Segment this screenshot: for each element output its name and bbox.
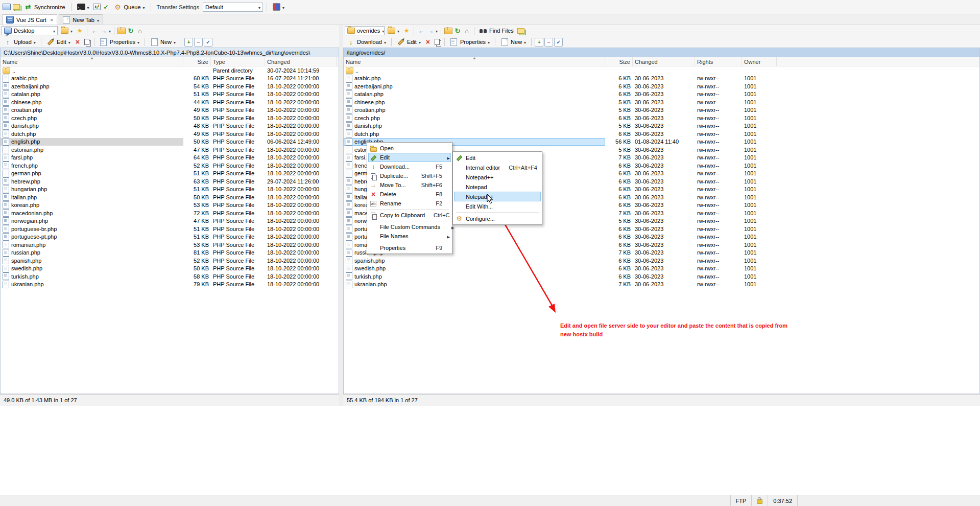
column-header-changed[interactable]: Changed [633,57,695,66]
column-header-size[interactable]: Size [605,57,633,66]
properties-button[interactable]: Properties [98,37,141,47]
file-name-cell[interactable]: macedonian.php [1,209,183,217]
find-files-button[interactable]: Find Files [477,27,516,35]
menu-item[interactable]: Notepad++ [454,172,541,182]
menu-item[interactable]: Configure... [454,214,541,223]
delete-icon[interactable] [424,38,432,46]
table-row[interactable]: korean.php53 KBPHP Source File18-10-2022… [1,201,339,210]
table-row[interactable]: farsi.php64 KBPHP Source File18-10-2022 … [1,154,339,162]
menu-item[interactable]: Edit [454,153,541,163]
file-name-cell[interactable]: swedish.php [344,265,605,272]
table-row[interactable]: chinese.php5 KB30-06-2023rw-rwxr--1001 [344,98,979,106]
local-path-bar[interactable]: C:\Users\Shine\Desktop\HostxV3.0.0\Hostx… [0,48,339,57]
properties-button[interactable]: Properties [448,37,492,47]
select-minus-icon[interactable] [194,38,203,47]
file-name-cell[interactable]: spanish.php [344,257,605,264]
file-name-cell[interactable]: chinese.php [344,98,605,106]
edit-button[interactable]: Edit [44,37,73,47]
remote-directory-selector[interactable]: overrides [345,26,385,35]
menu-item[interactable]: Notepad++ [454,192,541,201]
table-row[interactable]: english.php50 KBPHP Source File06-06-202… [1,138,339,146]
file-name-cell[interactable]: russian.php [1,249,183,257]
menu-item[interactable]: RenameF2 [368,199,451,208]
download-button[interactable]: Download [345,37,388,47]
table-row[interactable]: dutch.php49 KBPHP Source File18-10-2022 … [1,130,339,138]
file-name-cell[interactable]: czech.php [344,114,605,122]
file-name-cell[interactable]: turkish.php [344,272,605,280]
tab-vue-js-cart[interactable]: Vue JS Cart × [2,14,57,25]
table-row[interactable]: spanish.php6 KB30-06-2023rw-rwxr--1001 [344,257,979,265]
file-name-cell[interactable]: ukranian.php [344,281,605,288]
column-header-name[interactable]: Name [344,57,605,66]
file-name-cell[interactable]: ukranian.php [1,281,183,288]
table-row[interactable]: portuguese-pt.php51 KBPHP Source File18-… [1,233,339,241]
history-chevron-icon[interactable] [436,28,438,34]
menu-item[interactable]: Duplicate...Shift+F5 [368,171,451,180]
menu-item[interactable]: Edit [368,153,451,162]
file-name-cell[interactable]: dutch.php [344,130,605,137]
forward-icon[interactable] [426,27,435,35]
file-name-cell[interactable]: arabic.php [1,75,183,82]
file-name-cell[interactable]: hungarian.php [1,186,183,193]
menu-item[interactable]: DeleteF8 [368,190,451,199]
refresh-icon[interactable] [453,27,462,35]
file-name-cell[interactable]: chinese.php [1,98,183,106]
remote-path-bar[interactable]: /lang/overrides/ [343,48,980,57]
table-row[interactable]: hungarian.php51 KBPHP Source File18-10-2… [1,186,339,194]
parent-directory-icon[interactable] [444,28,452,34]
bookmark-icon[interactable] [76,27,84,35]
column-header-size[interactable]: Size [183,57,211,66]
new-session-icon[interactable] [3,4,11,10]
file-name-cell[interactable]: estonian.php [1,146,183,153]
select-check-icon[interactable] [554,38,563,47]
file-name-cell[interactable]: catalan.php [1,90,183,98]
menu-item[interactable]: Download...F5 [368,162,451,171]
file-name-cell[interactable]: danish.php [344,122,605,130]
table-row[interactable]: spanish.php52 KBPHP Source File18-10-202… [1,257,339,265]
file-name-cell[interactable]: german.php [1,170,183,177]
file-name-cell[interactable]: azerbaijani.php [1,82,183,90]
table-row[interactable]: turkish.php58 KBPHP Source File18-10-202… [1,272,339,281]
table-row[interactable]: azerbaijani.php6 KB30-06-2023rw-rwxr--10… [344,82,979,90]
table-row[interactable]: italian.php50 KBPHP Source File18-10-202… [1,193,339,201]
menu-item[interactable]: Notepad [454,182,541,192]
menu-item[interactable]: Copy to ClipboardCtrl+C [368,211,451,220]
delete-icon[interactable] [74,38,82,46]
synchronize-button[interactable]: Synchronize [22,2,67,12]
select-check-icon[interactable] [204,38,212,47]
column-header-rights[interactable]: Rights [695,57,742,66]
history-chevron-icon[interactable] [109,28,111,34]
column-header-changed[interactable]: Changed [265,57,337,66]
table-row[interactable]: turkish.php6 KB30-06-2023rw-rwxr--1001 [344,272,979,281]
file-name-cell[interactable]: portuguese-pt.php [1,233,183,241]
open-directory-button[interactable] [386,27,401,35]
file-name-cell[interactable]: norwegian.php [1,217,183,225]
table-row[interactable]: estonian.php47 KBPHP Source File18-10-20… [1,146,339,154]
menu-item[interactable]: Move To...Shift+F6 [368,180,451,190]
menu-item[interactable]: File Names [368,232,451,241]
table-row[interactable]: chinese.php44 KBPHP Source File18-10-202… [1,98,339,106]
home-directory-icon[interactable] [136,27,144,35]
duplicate-icon[interactable] [435,39,440,45]
file-name-cell[interactable]: hebrew.php [1,177,183,185]
workspace-icon[interactable] [13,4,20,10]
column-header-owner[interactable]: Owner [742,57,777,66]
file-name-cell[interactable]: english.php [1,138,183,146]
forward-icon[interactable] [100,27,108,35]
select-minus-icon[interactable] [544,38,553,47]
checksum-icon[interactable] [102,3,110,11]
column-header-type[interactable]: Type [211,57,265,66]
table-row[interactable]: macedonian.php72 KBPHP Source File18-10-… [1,209,339,217]
edit-button[interactable]: Edit [395,37,423,47]
table-row[interactable]: russian.php81 KBPHP Source File18-10-202… [1,249,339,257]
file-name-cell[interactable]: spanish.php [1,257,183,264]
table-row[interactable]: danish.php48 KBPHP Source File18-10-2022… [1,122,339,130]
select-plus-icon[interactable] [184,38,193,47]
table-row[interactable]: german.php51 KBPHP Source File18-10-2022… [1,170,339,178]
file-name-cell[interactable]: czech.php [1,114,183,122]
synchronize-browsing-icon[interactable] [517,28,524,34]
table-row[interactable]: romanian.php53 KBPHP Source File18-10-20… [1,241,339,249]
table-row[interactable]: czech.php6 KB30-06-2023rw-rwxr--1001 [344,114,979,122]
duplicate-icon[interactable] [84,39,89,45]
table-row[interactable]: french.php52 KBPHP Source File18-10-2022… [1,162,339,170]
